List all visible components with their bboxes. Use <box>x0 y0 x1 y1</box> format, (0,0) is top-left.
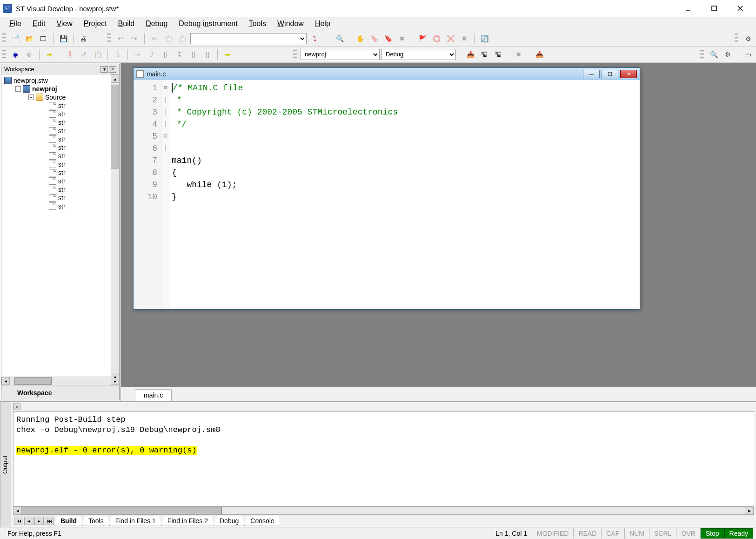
output-tab-fif2[interactable]: Find in Files 2 <box>161 516 214 526</box>
output-hscrollbar[interactable]: ◂ ▸ <box>13 506 754 515</box>
scroll-up-icon[interactable]: ▴ <box>111 74 119 83</box>
workspace-close-icon[interactable]: × <box>109 66 116 73</box>
breakpoint-remove-icon[interactable]: ❌ <box>444 33 456 45</box>
cut-icon[interactable]: ✂ <box>148 33 161 45</box>
step-over-icon[interactable]: ⤼ <box>132 48 144 61</box>
scroll-thumb[interactable] <box>111 85 119 168</box>
bookmark-toggle-icon[interactable]: 🔖 <box>368 33 380 45</box>
tree-project[interactable]: − newproj <box>2 85 118 93</box>
toolbar-grip[interactable] <box>2 49 6 60</box>
workspace-vscrollbar[interactable]: ▴ ▾ <box>111 74 119 381</box>
expand-icon[interactable]: − <box>28 94 34 100</box>
menu-debug-instrument[interactable]: Debug instrument <box>173 18 243 30</box>
breakpoint-enable-icon[interactable]: ⭕ <box>430 33 442 45</box>
search-combo[interactable] <box>190 33 307 44</box>
tree-file[interactable]: str <box>2 101 118 110</box>
menu-project[interactable]: Project <box>78 18 113 30</box>
tree-file[interactable]: str <box>2 168 118 177</box>
output-tab-next-icon[interactable]: ▸ <box>34 517 44 525</box>
run-to-cursor-icon[interactable]: ↧ <box>174 48 186 61</box>
tree-folder-source[interactable]: − Source <box>2 93 118 101</box>
find-in-files-icon[interactable]: 🔍 <box>334 33 346 45</box>
output-tab-prev-icon[interactable]: ◂ <box>24 517 33 525</box>
breakpoint-clear-icon[interactable]: ✖ <box>458 33 470 45</box>
refresh-icon[interactable]: 🔄 <box>478 33 490 45</box>
bookmark-clear-icon[interactable]: ✖ <box>396 33 408 45</box>
output-tab-last-icon[interactable]: ⏭ <box>45 517 54 525</box>
step-into-icon[interactable]: ⤵ <box>112 48 124 61</box>
output-tab-build[interactable]: Build <box>54 516 83 526</box>
build-icon[interactable]: 🏗 <box>478 48 490 61</box>
menu-edit[interactable]: Edit <box>27 18 51 30</box>
set-pc-icon[interactable]: {} <box>187 48 200 61</box>
scroll-left-icon[interactable]: ◂ <box>1 377 10 385</box>
output-tab-first-icon[interactable]: ⏮ <box>14 517 23 525</box>
toolbar-grip[interactable] <box>293 49 297 60</box>
tree-workspace-root[interactable]: newproj.stw <box>2 76 118 85</box>
tree-file[interactable]: str <box>2 143 118 152</box>
workspace-tab[interactable]: Workspace <box>1 385 119 400</box>
tree-file[interactable]: str <box>2 127 118 135</box>
scroll-thumb[interactable] <box>22 507 222 514</box>
redo-icon[interactable]: ↷ <box>128 33 140 45</box>
editor-titlebar[interactable]: main.c — ☐ ✕ <box>134 68 640 80</box>
workspace-hscrollbar[interactable]: ◂ ▸ <box>1 377 119 385</box>
scroll-left-icon[interactable]: ◂ <box>13 507 22 514</box>
menu-window[interactable]: Window <box>272 18 309 30</box>
new-window-icon[interactable]: 🗔 <box>37 33 49 45</box>
config-combo[interactable]: Debug <box>381 49 456 60</box>
debug-stop-icon[interactable]: ⊗ <box>23 48 35 61</box>
find-next-icon[interactable]: ⤵ <box>308 33 321 45</box>
fold-column[interactable]: ⊟│││⊟│ <box>161 80 170 309</box>
compile-icon[interactable]: 📥 <box>464 48 476 61</box>
bookmark-nav-icon[interactable]: 🔖 <box>382 33 394 45</box>
code-editor[interactable]: /* MAIN.C file * * Copyright (c) 2002-20… <box>170 80 640 309</box>
output-close-icon[interactable]: × <box>13 404 20 410</box>
output-tab-fif1[interactable]: Find in Files 1 <box>109 516 162 526</box>
hand-icon[interactable]: ✋ <box>354 33 366 45</box>
menu-help[interactable]: Help <box>309 18 336 30</box>
undo-icon[interactable]: ↶ <box>114 33 127 45</box>
breakpoint-icon[interactable]: 🚩 <box>416 33 428 45</box>
menu-file[interactable]: File <box>4 18 27 30</box>
scroll-right-icon[interactable]: ▸ <box>745 507 754 514</box>
restart-icon[interactable]: ↺ <box>78 48 90 61</box>
print-icon[interactable]: 🖨 <box>77 33 89 45</box>
expand-icon[interactable]: − <box>15 86 21 92</box>
arrow-icon[interactable]: ➡ <box>221 48 234 61</box>
workspace-tree[interactable]: newproj.stw − newproj − Source str str s… <box>1 74 119 377</box>
rebuild-icon[interactable]: 🏗 <box>492 48 504 61</box>
paste-icon[interactable]: 📋 <box>176 33 188 45</box>
menu-tools[interactable]: Tools <box>243 18 272 30</box>
step-asm-icon[interactable]: {} <box>160 48 172 61</box>
toolbar-grip[interactable] <box>2 33 6 44</box>
tree-file[interactable]: str <box>2 194 118 202</box>
pause-icon[interactable]: ❗ <box>64 48 76 61</box>
tree-file[interactable]: str <box>2 185 118 194</box>
open-file-icon[interactable]: 📂 <box>23 33 35 45</box>
toolbar-grip[interactable] <box>700 49 704 60</box>
output-text[interactable]: Running Post-Build step chex -o Debug\ne… <box>13 411 754 506</box>
tree-file[interactable]: str <box>2 152 118 160</box>
tree-file[interactable]: str <box>2 202 118 210</box>
output-tab-debug[interactable]: Debug <box>214 516 245 526</box>
braces-icon[interactable]: {} <box>201 48 214 61</box>
show-next-icon[interactable]: 📋 <box>92 48 104 61</box>
tree-file[interactable]: str <box>2 118 118 127</box>
new-file-icon[interactable]: 📄 <box>9 33 21 45</box>
debug-start-icon[interactable]: ◉ <box>9 48 21 61</box>
menu-debug[interactable]: Debug <box>140 18 173 30</box>
tool-a-icon[interactable]: 🔍 <box>708 48 720 61</box>
run-icon[interactable]: ➡ <box>43 48 55 61</box>
minimize-button[interactable] <box>675 0 701 17</box>
scroll-thumb[interactable] <box>14 377 52 385</box>
menu-view[interactable]: View <box>51 18 78 30</box>
stop-build-icon[interactable]: ✖ <box>513 48 525 61</box>
step-out-icon[interactable]: ⤴ <box>146 48 158 61</box>
chip-icon[interactable]: ▭ <box>742 48 754 61</box>
doc-minimize-button[interactable]: — <box>583 70 600 78</box>
toolbar-grip[interactable] <box>107 33 111 44</box>
editor-tab-main[interactable]: main.c <box>135 389 172 401</box>
doc-maximize-button[interactable]: ☐ <box>602 70 618 78</box>
doc-close-button[interactable]: ✕ <box>620 70 637 78</box>
